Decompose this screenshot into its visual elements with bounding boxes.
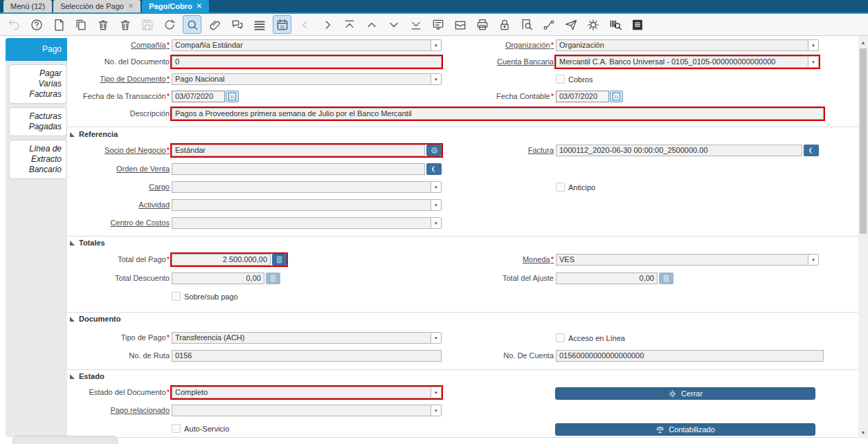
tab-menu[interactable]: Menú (12) [3,0,52,12]
section-referencia[interactable]: Referencia [70,130,118,138]
collapse-triangle-icon[interactable] [70,132,75,137]
calculator-icon[interactable] [266,272,280,284]
cuenta-bancaria-select[interactable]: Mercantil C.A. Banco Universal - 0105_01… [556,56,819,68]
socio-negocio-input[interactable]: Estándar [172,145,425,156]
refresh-icon[interactable] [161,16,178,33]
collapse-triangle-icon[interactable] [70,374,75,379]
collapse-triangle-icon[interactable] [70,317,75,322]
factura-label[interactable]: Factura [441,145,554,156]
pago-relacionado-label[interactable]: Pago relacionado [67,405,170,416]
product-info-icon[interactable] [606,16,624,33]
report-icon[interactable] [429,16,446,33]
no-ruta-input[interactable]: 0156 [172,350,442,362]
no-cuenta-input[interactable]: 01560000000000000000 [556,350,824,362]
pago-relacionado-select[interactable]: ▼ [172,405,442,416]
chevron-down-icon[interactable]: ▼ [431,39,442,51]
compania-label[interactable]: Compañía [67,39,170,51]
scrollbar-thumb[interactable] [860,48,867,234]
cerrar-button[interactable]: Cerrar [555,387,815,400]
workflow-icon[interactable] [540,16,557,33]
centro-costos-select[interactable]: ▼ [172,217,442,229]
cargo-select[interactable]: ▼ [172,181,442,193]
scroll-up-icon[interactable]: ▲ [858,37,868,47]
new-record-icon[interactable] [50,16,67,33]
send-request-icon[interactable] [562,16,579,33]
help-icon[interactable] [28,16,45,33]
chat-icon[interactable] [228,16,246,33]
next-record-icon[interactable] [318,16,336,33]
print-icon[interactable] [473,16,491,33]
sidebar-tab-linea-extracto-bancario[interactable]: Línea de Extracto Bancario [9,140,67,179]
fecha-transaccion-input[interactable]: 03/07/2020 [172,91,225,102]
close-icon[interactable]: ✕ [128,3,134,10]
centro-costos-label[interactable]: Centro de Costos [67,217,170,229]
next-page-icon[interactable] [385,16,402,33]
calendar-picker-icon[interactable]: 31 [610,91,623,102]
archive-icon[interactable] [451,16,469,33]
preferences-icon[interactable] [584,16,602,33]
organizacion-select[interactable]: Organización ▼ [556,39,819,51]
section-totales[interactable]: Totales [70,239,105,247]
parent-record-icon[interactable] [341,16,358,33]
calendar-picker-icon[interactable]: 31 [226,91,239,102]
actividad-label[interactable]: Actividad [67,199,170,211]
scroll-down-icon[interactable]: ▼ [858,427,868,437]
copy-record-icon[interactable] [72,16,89,33]
fecha-contable-input[interactable]: 03/07/2020 [556,91,609,102]
chevron-down-icon[interactable]: ▼ [808,39,819,51]
sidebar-tab-facturas-pagadas[interactable]: Facturas Pagadas [9,107,67,136]
total-descuento-input[interactable]: 0,00 [172,272,264,284]
orden-venta-input[interactable] [172,163,425,175]
calculator-icon[interactable] [272,254,287,266]
tipo-documento-label[interactable]: Tipo de Documento [67,73,170,85]
vertical-scrollbar[interactable]: ▲ ▼ [858,36,868,438]
tipo-documento-select[interactable]: Pago Nacional ▼ [172,73,442,85]
no-documento-input[interactable]: 0 [172,56,442,68]
chevron-down-icon[interactable]: ▼ [431,181,442,193]
tab-pago-cobro[interactable]: Pago/Cobro ✕ [142,0,209,12]
sobre-sub-pago-checkbox[interactable] [172,292,181,301]
chevron-down-icon[interactable]: ▼ [431,405,442,416]
calculator-icon[interactable] [659,272,673,284]
record-lookup-icon[interactable] [804,145,819,156]
cargo-label[interactable]: Cargo [67,181,170,193]
estado-documento-select[interactable]: Completo ▼ [172,387,442,398]
attachment-icon[interactable] [206,16,224,33]
chevron-down-icon[interactable]: ▼ [431,217,442,229]
close-icon[interactable]: ✕ [197,3,202,10]
compania-select[interactable]: Compañía Estándar ▼ [172,39,442,51]
total-pago-input[interactable]: 2.500.000,00 [172,254,271,266]
descripcion-input[interactable]: Pagos a Proveedores primera semana de Ju… [172,108,824,120]
collapse-triangle-icon[interactable] [70,241,75,246]
chevron-down-icon[interactable]: ▼ [808,56,819,68]
section-estado[interactable]: Estado [70,372,105,380]
detail-record-icon[interactable] [407,16,424,33]
tipo-pago-select[interactable]: Transferencia (ACH) ▼ [172,332,442,344]
cuenta-bancaria-label[interactable]: Cuenta Bancaria [441,56,554,68]
tab-seleccion-de-pago[interactable]: Selección de Pago ✕ [53,0,141,12]
find-icon[interactable] [183,15,201,34]
chevron-down-icon[interactable]: ▼ [431,332,442,344]
record-lookup-icon[interactable] [426,163,442,175]
socio-negocio-label[interactable]: Socio del Negocio [67,145,170,156]
delete-selection-icon[interactable] [116,16,134,33]
sidebar-tab-pagar-varias-facturas[interactable]: Pagar Varias Facturas [9,64,67,104]
lock-icon[interactable] [496,16,513,33]
auto-servicio-checkbox[interactable] [172,424,181,433]
sidebar-tab-pago[interactable]: Pago [6,38,67,61]
actividad-select[interactable]: ▼ [172,199,442,211]
chevron-down-icon[interactable]: ▼ [808,254,819,266]
grid-toggle-icon[interactable] [251,16,268,33]
total-ajuste-input[interactable]: 0,00 [556,272,658,284]
record-log-icon[interactable] [629,16,646,33]
archived-documents-lookup-icon[interactable] [518,16,535,33]
record-info-icon[interactable] [426,145,442,156]
chevron-down-icon[interactable]: ▼ [431,199,442,211]
calendar-icon[interactable]: 31 [273,15,291,34]
anticipo-checkbox[interactable] [556,183,565,192]
chevron-down-icon[interactable]: ▼ [431,73,442,85]
cobros-checkbox[interactable] [556,75,565,84]
moneda-select[interactable]: VES ▼ [556,254,819,266]
factura-input[interactable]: 1000112_2020-06-30 00:00:00_2500000.00 [556,145,802,156]
organizacion-label[interactable]: Organización [441,39,554,51]
